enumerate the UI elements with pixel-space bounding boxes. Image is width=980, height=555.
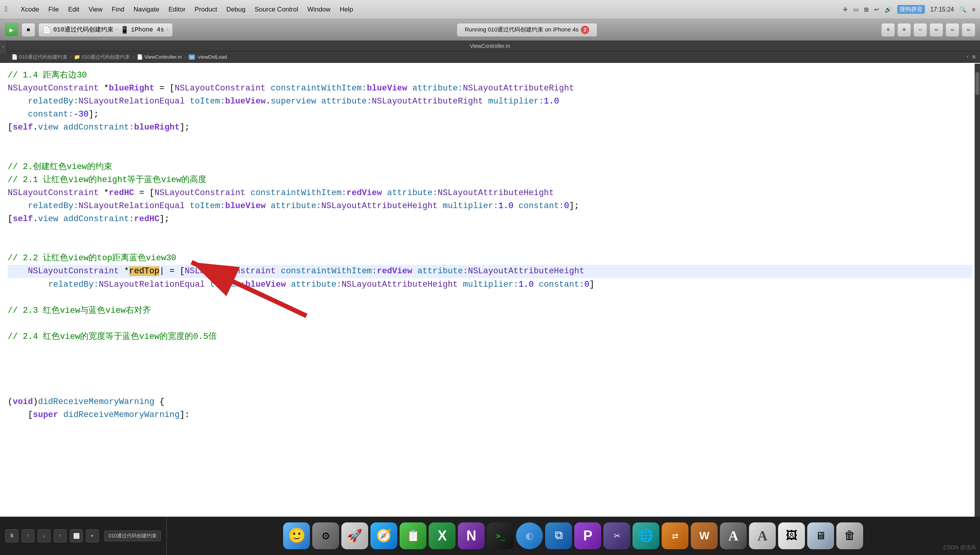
code-line-14 [8, 239, 972, 252]
dock-icon-font-a[interactable]: A [720, 522, 747, 549]
menu-window[interactable]: Window [303, 4, 335, 15]
menu-help[interactable]: Help [335, 4, 358, 15]
dock-icon-trash[interactable]: 🗑 [836, 522, 863, 549]
watermark: CSDN @清风 [943, 544, 976, 551]
dock-icon-finder[interactable]: 🙂 [283, 522, 310, 549]
code-line-9: // 2.1 让红色view的height等于蓝色view的高度 [8, 174, 972, 187]
code-line-18 [8, 291, 972, 304]
code-line-24 [8, 369, 972, 383]
breadcrumb-sep-2: › [131, 54, 135, 61]
dock-icon-onenote[interactable]: N [458, 522, 485, 549]
dock-icon-terminal[interactable]: >_ [487, 522, 514, 549]
error-badge: 2 [581, 26, 589, 34]
input-method-icon[interactable]: 搜狗拼音 [897, 5, 925, 14]
dock-icon-screens[interactable]: 🖥 [807, 522, 834, 549]
back-icon: ↩ [874, 6, 879, 13]
dock-icon-font-a2[interactable]: A [749, 522, 776, 549]
menubar:  Xcode File Edit View Find Navigate Edi… [0, 0, 980, 19]
plus-icon: ✛ [843, 6, 848, 13]
run-button[interactable]: ▶ [5, 23, 18, 37]
dock-icon-wave[interactable]: W [691, 522, 718, 549]
breadcrumb-icon-2: 📁 [74, 54, 80, 60]
menu-edit[interactable]: Edit [64, 4, 84, 15]
code-editor[interactable]: // 1.4 距离右边30 NSLayoutConstraint *blueRi… [0, 63, 980, 517]
device-icon: 📱 [120, 26, 129, 34]
menu-debug[interactable]: Debug [222, 4, 250, 15]
dock-icon-photos[interactable]: 🖼 [778, 522, 805, 549]
sidebar-collapse-btn[interactable]: ‹ [0, 41, 7, 53]
file-title: ViewController.m [470, 43, 510, 49]
breadcrumb-item-1[interactable]: 📄 010通过代码创建约束 [11, 54, 67, 61]
code-line-6 [8, 134, 972, 147]
dock-project-label: 010通过代码创建约束 [104, 530, 161, 541]
menu-source-control[interactable]: Source Control [250, 4, 303, 15]
code-line-22 [8, 343, 972, 356]
dock-icon-excel[interactable]: X [429, 522, 456, 549]
code-line-26: (void)didReceiveMemoryWarning { [8, 396, 972, 409]
breadcrumb-right-expand-icon[interactable]: ⊠ [972, 54, 975, 60]
dock-icon-sphere[interactable]: ◐ [516, 522, 543, 549]
code-line-19: // 2.3 红色view与蓝色view右对齐 [8, 304, 972, 317]
menu-navigate[interactable]: Navigate [129, 4, 164, 15]
code-line-2: NSLayoutConstraint *blueRight = [NSLayou… [8, 82, 972, 95]
breadcrumb-item-2[interactable]: 📁 010通过代码创建约束 [74, 54, 130, 61]
menu-find[interactable]: Find [107, 4, 129, 15]
menu-product[interactable]: Product [190, 4, 222, 15]
scroll-thumb[interactable] [975, 72, 979, 95]
breadcrumb-method-icon: M [188, 54, 195, 60]
code-line-23 [8, 356, 972, 369]
dock-icon-ftp[interactable]: ⇄ [662, 522, 688, 549]
breadcrumb-item-3[interactable]: 📄 ViewController.m [137, 54, 182, 60]
menubar-right: ✛ ▭ ⊞ ↩ 🔊 搜狗拼音 17:15:24 🔍 ≡ [843, 5, 975, 14]
scrollbar[interactable] [975, 64, 980, 517]
menu-xcode[interactable]: Xcode [16, 4, 44, 15]
scheme-selector[interactable]: 📄 010通过代码创建约束 › 📱 iPhone 4s › [38, 23, 173, 37]
right-panel-btn[interactable]: ▭ [962, 23, 975, 37]
dock-down-btn[interactable]: ↓ [38, 529, 51, 542]
menu-file[interactable]: File [44, 4, 63, 15]
scheme-icon: 📄 [43, 26, 51, 34]
dock: ⏸ ↑ ↓ ↑ ⬜ ➤ 010通过代码创建约束 🙂 ⚙ 🚀 🧭 📋 X [0, 517, 980, 555]
display-icon: ▭ [853, 6, 859, 13]
menu-list-icon[interactable]: ≡ [972, 6, 975, 13]
code-line-3: relatedBy:NSLayoutRelationEqual toItem:b… [8, 95, 972, 108]
center-panel-btn[interactable]: ▭ [946, 23, 959, 37]
code-line-11: relatedBy:NSLayoutRelationEqual toItem:b… [8, 200, 972, 213]
dock-up-btn[interactable]: ↑ [21, 529, 34, 542]
dock-arrow-btn[interactable]: ➤ [86, 529, 99, 542]
dock-icon-puzzle[interactable]: ⧉ [545, 522, 572, 549]
activity-text: Running 010通过代码创建约束 on iPhone 4s [465, 26, 578, 33]
menu-editor[interactable]: Editor [164, 4, 190, 15]
code-line-17: relatedBy:NSLayoutRelationEqual toItem:b… [8, 278, 972, 291]
apple-logo-icon[interactable]:  [5, 5, 9, 14]
dock-icon-globe[interactable]: 🌐 [633, 522, 659, 549]
dock-icon-launchpad[interactable]: 🚀 [341, 522, 368, 549]
breadcrumb-sep-1: › [69, 54, 73, 61]
toolbar-right-actions: ≡ ⊙ ↔ ▭ ▭ ▭ [881, 23, 975, 37]
breadcrumb-item-4[interactable]: M -viewDidLoad [188, 54, 227, 60]
volume-icon: 🔊 [885, 6, 892, 13]
dock-icon-safari[interactable]: 🧭 [370, 522, 397, 549]
dock-pause-btn[interactable]: ⏸ [5, 529, 18, 542]
dock-icon-settings[interactable]: ⚙ [312, 522, 339, 549]
toolbar: ▶ ■ 📄 010通过代码创建约束 › 📱 iPhone 4s › Runnin… [0, 19, 980, 41]
navigator-btn[interactable]: ⊙ [897, 23, 911, 37]
code-line-15: // 2.2 让红色view的top距离蓝色view30 [8, 252, 972, 265]
dock-icon-scissors[interactable]: ✂ [603, 522, 630, 549]
dock-up2-btn[interactable]: ↑ [54, 529, 67, 542]
dock-icon-notes[interactable]: 📋 [400, 522, 426, 549]
code-line-4: constant:-30]; [8, 108, 972, 121]
dock-icon-purple-p[interactable]: P [574, 522, 601, 549]
search-icon[interactable]: 🔍 [959, 6, 967, 13]
branch-btn[interactable]: ↔ [913, 23, 927, 37]
scheme-name: 010通过代码创建约束 [53, 26, 113, 34]
breadcrumb-bar: ‹ 📄 010通过代码创建约束 › 📁 010通过代码创建约束 › 📄 View… [0, 51, 980, 63]
left-panel-btn[interactable]: ▭ [929, 23, 943, 37]
menu-view[interactable]: View [84, 4, 107, 15]
code-line-27: [super didReceiveMemoryWarning]: [8, 409, 972, 422]
file-title-bar: ViewController.m [0, 41, 980, 51]
stop-button[interactable]: ■ [21, 23, 35, 37]
dock-frame-btn[interactable]: ⬜ [70, 529, 83, 542]
editor-layout-btn[interactable]: ≡ [881, 23, 895, 37]
breadcrumb-right-collapse-icon[interactable]: ‹ [966, 54, 969, 60]
